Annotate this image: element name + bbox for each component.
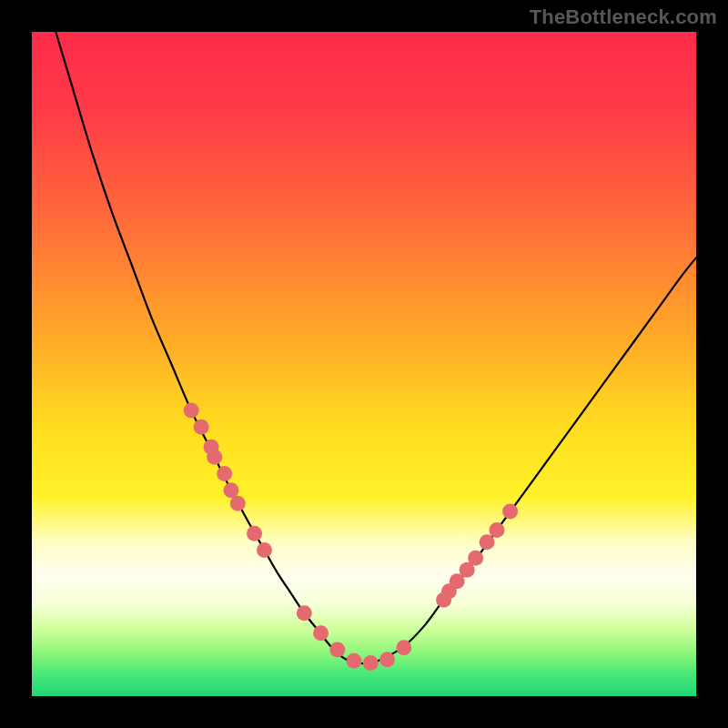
highlighted-points [184, 403, 518, 671]
data-point [230, 496, 246, 511]
data-point [379, 652, 395, 667]
data-point [347, 653, 362, 669]
data-point [502, 504, 518, 520]
data-point [224, 482, 239, 498]
data-point [480, 534, 495, 550]
data-point [297, 605, 312, 621]
data-point [257, 542, 272, 558]
data-point [194, 420, 209, 435]
data-point [329, 642, 345, 657]
plot-area [32, 32, 696, 696]
data-point [490, 522, 505, 538]
outer-frame: TheBottleneck.com [0, 0, 728, 728]
data-point [313, 625, 329, 641]
data-point [396, 640, 411, 655]
data-point [217, 466, 232, 481]
data-point [247, 526, 262, 541]
data-point [207, 450, 222, 465]
data-point [184, 403, 199, 419]
data-point [363, 655, 379, 671]
watermark-text: TheBottleneck.com [530, 5, 717, 29]
data-point [468, 551, 483, 566]
chart-svg [32, 32, 696, 696]
bottleneck-curve [52, 32, 696, 663]
